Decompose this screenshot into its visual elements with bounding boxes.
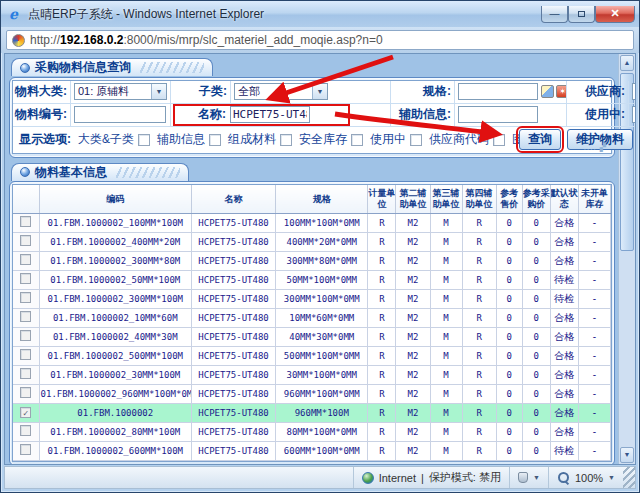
chevron-down-icon[interactable]: ▼ bbox=[608, 474, 615, 481]
table-row[interactable]: 01.FBM.1000002_30MM*100MHCPET75-UT48030M… bbox=[13, 365, 611, 384]
row-checkbox[interactable] bbox=[20, 368, 31, 379]
chevron-down-icon[interactable]: ▼ bbox=[312, 84, 327, 99]
display-option-checkbox[interactable] bbox=[493, 134, 505, 146]
spec-input[interactable] bbox=[458, 83, 538, 100]
status-bar: Internet | 保护模式: 禁用 ▼ 100% ▼ bbox=[4, 466, 636, 489]
display-option-checkbox[interactable] bbox=[410, 134, 422, 146]
scroll-up-arrow-icon[interactable]: ▲ bbox=[620, 55, 634, 71]
row-checkbox[interactable] bbox=[20, 330, 31, 341]
window-title: 点晴ERP子系统 - Windows Internet Explorer bbox=[28, 6, 264, 23]
cell-purchase_price: 0 bbox=[522, 422, 550, 441]
cell-sale_price: 0 bbox=[496, 365, 522, 384]
cell-stock: - bbox=[578, 270, 610, 289]
cell-name: HCPET75-UT480 bbox=[191, 327, 275, 346]
table-row[interactable]: 01.FBM.1000002_600MM*100MHCPET75-UT48060… bbox=[13, 441, 611, 460]
cell-aux4: R bbox=[462, 308, 496, 327]
cell-sale_price: 0 bbox=[496, 384, 522, 403]
cell-stock: - bbox=[578, 327, 610, 346]
cell-code: 01.FBM.1000002_300MM*100M bbox=[39, 289, 191, 308]
row-checkbox[interactable] bbox=[20, 387, 31, 398]
title-bar[interactable]: e 点晴ERP子系统 - Windows Internet Explorer —… bbox=[1, 1, 639, 27]
window-icon: e bbox=[9, 7, 23, 21]
in-use-select[interactable]: 是 ▼ bbox=[632, 106, 635, 123]
material-code-label: 物料编号: bbox=[13, 104, 71, 127]
table-row[interactable]: 01.FBM.1000002_80MM*100MHCPET75-UT48080M… bbox=[13, 422, 611, 441]
row-checkbox[interactable] bbox=[20, 235, 31, 246]
close-button[interactable]: ✕ bbox=[595, 6, 635, 23]
cell-purchase_price: 0 bbox=[522, 403, 550, 422]
cell-spec: 80MM*100M*0MM bbox=[276, 422, 368, 441]
cell-code: 01.FBM.1000002_50MM*100M bbox=[39, 270, 191, 289]
url-input[interactable]: http://192.168.0.2:8000/mis/mrp/slc_mate… bbox=[6, 30, 634, 50]
zoom-pane[interactable]: 100% ▼ bbox=[548, 467, 623, 488]
cell-stock: - bbox=[578, 422, 610, 441]
table-panel-title: 物料基本信息 bbox=[35, 164, 107, 181]
display-option: 供应商代码 bbox=[429, 131, 505, 148]
table-row[interactable]: 01.FBM.1000002_40MM*30MHCPET75-UT48040MM… bbox=[13, 327, 611, 346]
table-row[interactable]: 01.FBM.1000002_960MM*100M*0MMHCPET75-UT4… bbox=[13, 384, 611, 403]
security-report-icon bbox=[518, 472, 528, 483]
protected-mode-label: 保护模式: 禁用 bbox=[429, 470, 501, 485]
row-checkbox[interactable]: ✓ bbox=[20, 407, 31, 418]
subcategory-select[interactable]: 全部 ▼ bbox=[234, 83, 328, 100]
zone-label: Internet bbox=[379, 472, 416, 484]
security-report-pane[interactable]: ▼ bbox=[509, 467, 548, 488]
window-resize-grip[interactable] bbox=[623, 467, 635, 488]
cell-spec: 500MM*100M*0MM bbox=[276, 346, 368, 365]
cell-unit: R bbox=[368, 251, 396, 270]
display-option-checkbox[interactable] bbox=[351, 134, 363, 146]
material-code-input[interactable] bbox=[74, 106, 166, 123]
chevron-down-icon[interactable]: ▼ bbox=[151, 84, 166, 99]
display-option-checkbox[interactable] bbox=[209, 134, 221, 146]
row-checkbox[interactable] bbox=[20, 273, 31, 284]
table-row[interactable]: 01.FBM.1000002_500MM*100MHCPET75-UT48050… bbox=[13, 346, 611, 365]
scroll-down-arrow-icon[interactable]: ▼ bbox=[620, 447, 634, 463]
name-input[interactable] bbox=[230, 106, 310, 123]
cell-name: HCPET75-UT480 bbox=[191, 346, 275, 365]
row-checkbox[interactable] bbox=[20, 349, 31, 360]
table-row[interactable]: 01.FBM.1000002_100MM*100MHCPET75-UT48010… bbox=[13, 213, 611, 232]
supplier-input[interactable] bbox=[632, 83, 635, 100]
display-option-checkbox[interactable] bbox=[280, 134, 292, 146]
maximize-button[interactable] bbox=[568, 6, 595, 23]
row-checkbox[interactable] bbox=[20, 444, 31, 455]
column-header: 第三辅助单位 bbox=[430, 185, 462, 213]
clear-icon[interactable] bbox=[556, 85, 567, 98]
lookup-icon[interactable] bbox=[541, 85, 554, 98]
cell-aux4: R bbox=[462, 403, 496, 422]
cell-spec: 960MM*100M*0MM bbox=[276, 384, 368, 403]
table-row[interactable]: 01.FBM.1000002_10MM*60MHCPET75-UT48010MM… bbox=[13, 308, 611, 327]
row-checkbox-cell: ✓ bbox=[13, 403, 39, 422]
row-checkbox[interactable] bbox=[20, 216, 31, 227]
query-button[interactable]: 查询 bbox=[519, 129, 561, 150]
cell-aux3: M bbox=[430, 308, 462, 327]
chevron-down-icon[interactable]: ▼ bbox=[533, 474, 540, 481]
cell-status: 待检 bbox=[550, 441, 578, 460]
cell-aux2: M2 bbox=[396, 365, 430, 384]
table-row[interactable]: 01.FBM.1000002_400MM*20MHCPET75-UT480400… bbox=[13, 232, 611, 251]
table-row[interactable]: 01.FBM.1000002_300MM*100MHCPET75-UT48030… bbox=[13, 289, 611, 308]
material-category-select[interactable]: 01: 原辅料 ▼ bbox=[74, 83, 167, 100]
table-header-row: 编码名称规格计量单位第二辅助单位第三辅助单位第四辅助单位参考售价参考采购价默认状… bbox=[13, 185, 611, 213]
supplier-label: 供应商: bbox=[567, 81, 629, 104]
row-checkbox[interactable] bbox=[20, 254, 31, 265]
row-checkbox[interactable] bbox=[20, 311, 31, 322]
aux-info-input[interactable] bbox=[458, 106, 538, 123]
table-row[interactable]: 01.FBM.1000002_50MM*100MHCPET75-UT48050M… bbox=[13, 270, 611, 289]
row-checkbox[interactable] bbox=[20, 292, 31, 303]
display-option: 大类&子类 bbox=[78, 131, 150, 148]
display-option-checkbox[interactable] bbox=[138, 134, 150, 146]
internet-zone-icon bbox=[362, 472, 374, 484]
maximize-icon bbox=[578, 11, 585, 17]
cell-aux4: R bbox=[462, 365, 496, 384]
row-checkbox[interactable] bbox=[20, 425, 31, 436]
cell-purchase_price: 0 bbox=[522, 270, 550, 289]
minimize-button[interactable]: — bbox=[541, 6, 568, 23]
cell-spec: 50MM*100M*0MM bbox=[276, 270, 368, 289]
table-row[interactable]: ✓01.FBM.1000002HCPET75-UT480960MM*100MRM… bbox=[13, 403, 611, 422]
cell-stock: - bbox=[578, 232, 610, 251]
cell-sale_price: 0 bbox=[496, 270, 522, 289]
cell-aux2: M2 bbox=[396, 213, 430, 232]
table-row[interactable]: 01.FBM.1000002_300MM*80MHCPET75-UT480300… bbox=[13, 251, 611, 270]
cell-spec: 300MM*80M*0MM bbox=[276, 251, 368, 270]
